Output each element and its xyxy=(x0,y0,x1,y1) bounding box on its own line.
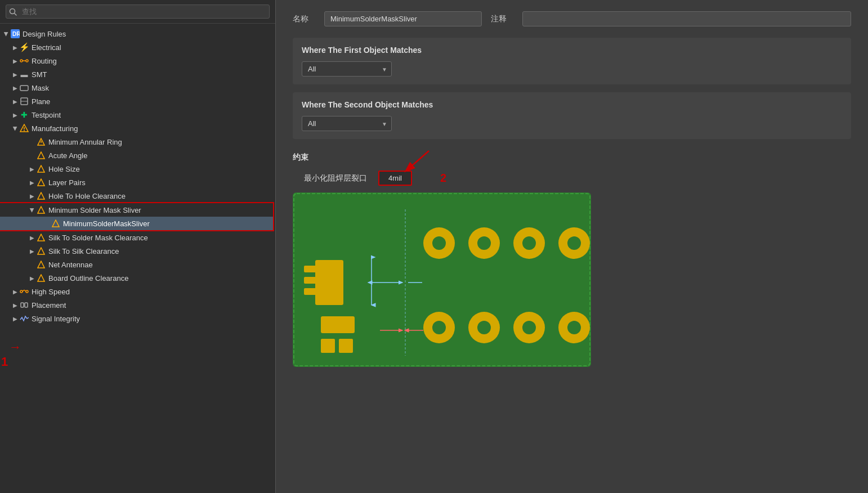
node-label-manufacturing: Manufacturing xyxy=(32,124,78,133)
search-bar xyxy=(0,0,275,24)
tree-node-silk-solder[interactable]: ▶ Silk To Solder Mask Clearance xyxy=(0,231,275,244)
first-match-dropdown[interactable]: All xyxy=(302,61,392,77)
diagram-text-label: 最小化阻焊层裂口 xyxy=(304,173,367,183)
node-label-design-rules: Design Rules xyxy=(23,30,66,38)
arrow-plane: ▶ xyxy=(11,98,19,105)
second-match-dropdown[interactable]: All xyxy=(302,116,392,131)
routing-icon xyxy=(19,56,29,66)
smt-icon: ▬ xyxy=(19,69,29,79)
placement-icon xyxy=(19,300,29,310)
tree-node-hole-hole[interactable]: ▶ Hole To Hole Clearance xyxy=(0,189,275,203)
tree-node-electrical[interactable]: ▶ ⚡ Electrical xyxy=(0,41,275,54)
svg-marker-16 xyxy=(38,165,44,172)
tree-node-placement[interactable]: ▶ Placement xyxy=(0,298,275,312)
testpoint-icon: ✚ xyxy=(19,110,29,120)
node-label-hole-hole: Hole To Hole Clearance xyxy=(48,192,126,200)
svg-rect-33 xyxy=(304,266,316,272)
svg-marker-18 xyxy=(38,192,44,199)
svg-rect-37 xyxy=(321,339,335,353)
tree-node-min-annular[interactable]: ▶ Minimum Annular Ring xyxy=(0,135,275,149)
tree-node-mask[interactable]: ▶ Mask xyxy=(0,81,275,95)
svg-marker-19 xyxy=(38,207,44,213)
tree-node-min-solder-child[interactable]: ▶ MinimumSolderMaskSliver xyxy=(0,217,273,230)
search-input[interactable] xyxy=(6,5,270,19)
tree-node-layer-pairs[interactable]: ▶ Layer Pairs xyxy=(0,176,275,189)
tree-node-high-speed[interactable]: ▶ High Speed xyxy=(0,285,275,298)
node-label-routing: Routing xyxy=(32,57,57,65)
svg-rect-36 xyxy=(321,316,355,333)
tree-node-board-outline[interactable]: ▶ Board Outline Clearance xyxy=(0,271,275,285)
svg-marker-23 xyxy=(38,261,44,268)
second-match-title: Where The Second Object Matches xyxy=(302,100,842,109)
tree-node-smt[interactable]: ▶ ▬ SMT xyxy=(0,68,275,81)
highspeed-icon xyxy=(19,286,29,297)
annotation-number-1: 1 xyxy=(1,355,8,369)
pcb-diagram-svg xyxy=(293,192,591,367)
rule-icon-silk-silk xyxy=(36,246,46,256)
svg-rect-35 xyxy=(304,288,316,295)
arrow-layer-pairs: ▶ xyxy=(28,180,36,186)
arrow-routing: ▶ xyxy=(11,58,19,64)
rule-icon-min-solder xyxy=(36,205,46,215)
name-row: 名称 注释 xyxy=(293,11,851,26)
annotation-number-2: 2 xyxy=(440,172,446,185)
svg-text:DR: DR xyxy=(12,31,20,37)
comment-input[interactable] xyxy=(522,11,851,26)
tree-node-design-rules[interactable]: ▶ DR Design Rules xyxy=(0,27,275,41)
node-label-hole-size: Hole Size xyxy=(48,165,80,173)
svg-point-25 xyxy=(20,290,23,293)
tree-node-net-ant[interactable]: ▶ Net Antennae xyxy=(0,258,275,271)
node-label-testpoint: Testpoint xyxy=(32,111,61,119)
tree-node-signal[interactable]: ▶ Signal Integrity xyxy=(0,312,275,325)
tree-node-routing[interactable]: ▶ Routing xyxy=(0,54,275,68)
tree-node-min-solder[interactable]: ▶ Minimum Solder Mask Sliver xyxy=(0,203,273,217)
tree-node-hole-size[interactable]: ▶ Hole Size xyxy=(0,162,275,176)
tree-node-plane[interactable]: ▶ Plane xyxy=(0,95,275,108)
left-red-arrow: → xyxy=(9,340,21,355)
rule-icon-min-solder-child xyxy=(51,218,61,228)
tree-node-acute-angle[interactable]: ▶ Acute Angle xyxy=(0,149,275,162)
rule-icon-net-ant xyxy=(36,259,46,270)
arrow-silk-silk: ▶ xyxy=(28,248,36,254)
comment-label: 注释 xyxy=(491,14,513,24)
svg-marker-21 xyxy=(38,234,44,241)
svg-point-49 xyxy=(477,321,491,334)
svg-point-4 xyxy=(20,60,23,62)
electrical-icon: ⚡ xyxy=(19,42,29,52)
name-label: 名称 xyxy=(293,14,315,24)
arrow-testpoint: ▶ xyxy=(11,112,19,118)
node-label-acute: Acute Angle xyxy=(48,151,87,160)
tree-area: ▶ DR Design Rules ▶ ⚡ Electrical ▶ xyxy=(0,24,275,493)
tree-node-testpoint[interactable]: ▶ ✚ Testpoint xyxy=(0,108,275,122)
rule-icon-board-outline xyxy=(36,273,46,283)
design-rules-icon: DR xyxy=(10,29,20,39)
arrow-high-speed: ▶ xyxy=(11,289,19,295)
tree-node-manufacturing[interactable]: ▶ Manufacturing xyxy=(0,122,275,135)
node-label-mask: Mask xyxy=(32,84,49,92)
svg-marker-20 xyxy=(52,220,59,227)
arrow-hole-size: ▶ xyxy=(28,166,36,172)
svg-point-26 xyxy=(26,290,28,293)
name-input[interactable] xyxy=(324,11,482,26)
arrow-signal: ▶ xyxy=(11,316,19,322)
arrow-smt: ▶ xyxy=(11,71,19,78)
arrow-hole-hole: ▶ xyxy=(28,193,36,199)
signal-icon xyxy=(19,313,29,324)
plane-icon xyxy=(19,96,29,106)
svg-point-12 xyxy=(24,130,25,131)
first-match-section: Where The First Object Matches All ▼ xyxy=(293,38,851,84)
svg-marker-15 xyxy=(38,152,44,159)
node-label-layer-pairs: Layer Pairs xyxy=(48,178,86,187)
tree-node-silk-silk[interactable]: ▶ Silk To Silk Clearance xyxy=(0,244,275,258)
arrow-mask: ▶ xyxy=(11,85,19,91)
arrow-silk-solder: ▶ xyxy=(28,235,36,241)
rule-icon-hole-hole xyxy=(36,191,46,201)
svg-rect-27 xyxy=(21,303,24,307)
arrow-electrical: ▶ xyxy=(11,44,19,51)
arrow-min-solder: ▶ xyxy=(29,206,35,214)
arrow-design-rules: ▶ xyxy=(3,30,10,38)
constraint-title: 约束 xyxy=(293,153,851,163)
node-label-min-annular: Minimum Annular Ring xyxy=(48,138,122,146)
svg-rect-7 xyxy=(20,86,28,91)
svg-rect-28 xyxy=(25,303,28,307)
